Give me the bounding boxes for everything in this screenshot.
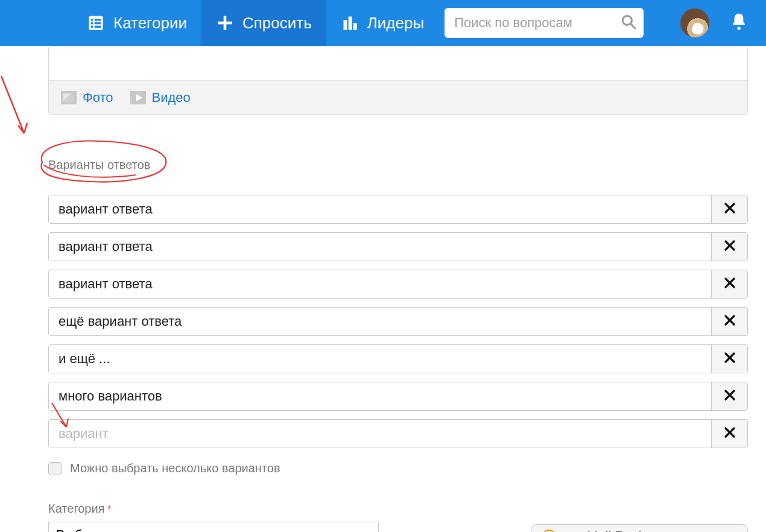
top-navbar: Категории Спросить Лидеры — [0, 0, 766, 46]
close-icon — [724, 352, 736, 366]
close-icon — [724, 426, 736, 441]
search-icon — [621, 14, 636, 32]
allow-multiple-row: Можно выбрать несколько вариантов — [48, 461, 748, 475]
mailru-agent-button[interactable]: @ Mail.Ru Агент — [531, 524, 748, 532]
agent-label: Mail.Ru Агент — [587, 528, 669, 533]
answer-option-row — [48, 270, 748, 299]
nav-leaders[interactable]: Лидеры — [326, 0, 438, 46]
close-icon — [724, 314, 736, 329]
remove-option-button[interactable] — [711, 308, 747, 335]
at-icon: @ — [542, 530, 556, 533]
notifications-button[interactable] — [730, 12, 748, 34]
list-icon — [87, 14, 105, 32]
svg-point-14 — [737, 27, 740, 30]
search-button[interactable] — [620, 13, 636, 33]
bars-icon — [341, 14, 359, 32]
search-box — [445, 8, 644, 38]
remove-option-button[interactable] — [711, 270, 747, 298]
svg-rect-10 — [348, 17, 352, 30]
close-icon — [724, 239, 736, 254]
svg-rect-2 — [95, 19, 101, 21]
remove-option-button[interactable] — [711, 233, 747, 261]
answer-option-input[interactable] — [49, 420, 711, 448]
svg-rect-6 — [95, 26, 101, 28]
svg-rect-8 — [218, 22, 232, 25]
toolbar-label: Видео — [152, 90, 191, 106]
category-select[interactable]: Выберите категорию — [48, 522, 379, 532]
close-icon — [724, 202, 736, 217]
remove-option-button[interactable] — [711, 345, 747, 373]
answer-option-row — [48, 232, 748, 261]
answer-option-row — [48, 344, 748, 373]
svg-rect-4 — [95, 22, 101, 25]
attach-video-button[interactable]: Видео — [130, 90, 191, 106]
allow-multiple-checkbox[interactable] — [48, 462, 62, 475]
attach-photo-button[interactable]: Фото — [61, 90, 113, 106]
close-icon — [724, 389, 736, 404]
category-label: Категория — [48, 502, 105, 515]
remove-option-button[interactable] — [711, 420, 747, 448]
nav-label: Лидеры — [367, 14, 424, 33]
svg-rect-11 — [353, 23, 357, 30]
answer-option-row — [48, 382, 748, 411]
answer-option-input[interactable] — [49, 233, 711, 261]
answer-option-input[interactable] — [49, 382, 711, 410]
answer-options-heading: Варианты ответов — [48, 158, 748, 172]
nav-label: Категории — [113, 14, 187, 33]
svg-line-13 — [630, 24, 635, 28]
remove-option-button[interactable] — [711, 195, 747, 223]
svg-rect-5 — [91, 26, 93, 28]
video-icon — [130, 91, 146, 104]
answer-option-input[interactable] — [49, 308, 711, 335]
svg-rect-3 — [91, 22, 93, 25]
svg-rect-9 — [343, 20, 347, 30]
answer-option-row — [48, 195, 748, 224]
page-body: Фото Видео Варианты ответов Можно выбрат… — [0, 46, 766, 532]
answer-options-list — [48, 195, 748, 448]
bell-icon — [730, 23, 748, 33]
close-icon — [724, 277, 736, 291]
required-marker: * — [107, 504, 111, 515]
answer-option-row — [48, 307, 748, 336]
editor-textarea[interactable] — [49, 46, 747, 80]
category-label-row: Категория * — [48, 502, 748, 516]
search-input[interactable] — [454, 15, 620, 31]
topbar-right — [680, 8, 766, 37]
answer-option-row — [48, 419, 748, 448]
nav-ask[interactable]: Спросить — [201, 0, 326, 46]
answer-option-input[interactable] — [49, 270, 711, 298]
remove-option-button[interactable] — [711, 382, 747, 410]
answer-option-input[interactable] — [49, 195, 711, 223]
toolbar-label: Фото — [83, 90, 113, 106]
nav-label: Спросить — [242, 14, 312, 33]
answer-option-input[interactable] — [49, 345, 711, 373]
plus-icon — [216, 14, 234, 32]
allow-multiple-label: Можно выбрать несколько вариантов — [70, 461, 280, 475]
editor-toolbar: Фото Видео — [49, 80, 747, 114]
nav-categories[interactable]: Категории — [72, 0, 201, 46]
svg-rect-1 — [91, 19, 93, 21]
photo-icon — [61, 91, 77, 104]
question-editor: Фото Видео — [48, 46, 748, 115]
avatar[interactable] — [680, 8, 709, 37]
